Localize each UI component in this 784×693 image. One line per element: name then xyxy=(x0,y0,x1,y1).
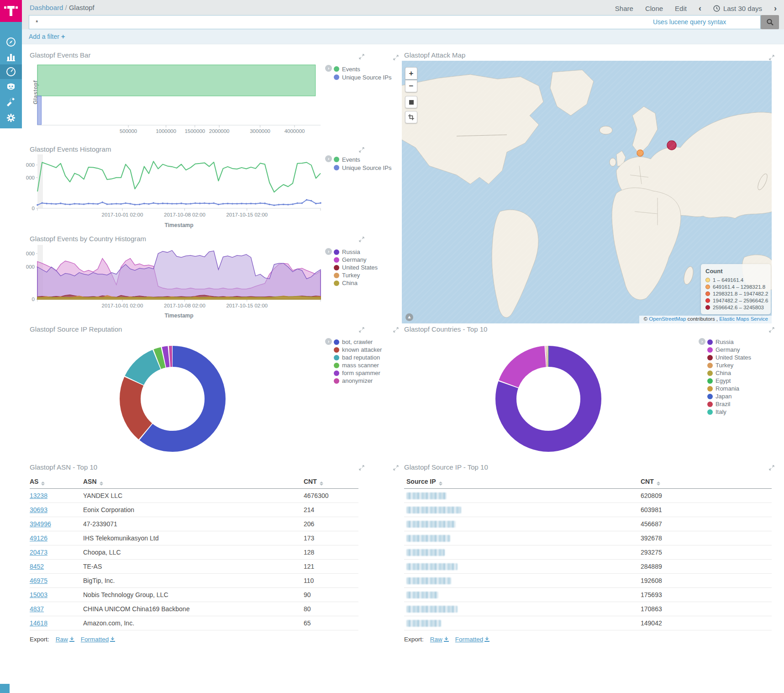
attack-map[interactable]: + − Count 1 – 649161.4649161.4 – 1298321… xyxy=(402,61,772,323)
expand-panel-icon[interactable] xyxy=(393,54,399,59)
map-fit-button[interactable] xyxy=(405,96,417,108)
as-number-link[interactable]: 20473 xyxy=(30,549,47,556)
column-header-source-ip[interactable]: Source IP xyxy=(404,478,641,486)
legend-item[interactable]: known attacker xyxy=(334,346,382,354)
legend-item[interactable]: China xyxy=(707,369,751,377)
breadcrumb-dashboard-link[interactable]: Dashboard xyxy=(30,4,63,11)
map-zoom-in-button[interactable]: + xyxy=(405,67,417,79)
sort-icon[interactable] xyxy=(657,481,660,486)
sidebar-item-bar-chart[interactable] xyxy=(0,49,22,64)
legend-item[interactable]: Unique Source IPs xyxy=(334,164,391,172)
legend-item[interactable]: Japan xyxy=(707,392,751,400)
elastic-maps-link[interactable]: Elastic Maps Service xyxy=(719,316,768,322)
attack-origin-dot-central-europe[interactable] xyxy=(637,150,643,156)
expand-panel-icon[interactable] xyxy=(359,146,364,152)
export-formatted-link[interactable]: Formatted xyxy=(81,636,116,643)
legend-item[interactable]: Turkey xyxy=(334,271,378,279)
legend-toggle-icon[interactable]: › xyxy=(699,338,705,345)
sidebar-item-gear[interactable] xyxy=(0,111,22,125)
legend-toggle-icon[interactable]: › xyxy=(325,65,332,72)
sidebar-item-dashboard-gauge[interactable] xyxy=(0,64,22,79)
as-number-link[interactable]: 13238 xyxy=(30,492,47,499)
share-button[interactable]: Share xyxy=(615,5,633,12)
sidebar-item-compass[interactable] xyxy=(0,35,22,49)
legend-label: Germany xyxy=(342,256,366,263)
column-header-asn[interactable]: ASN xyxy=(83,478,304,486)
legend-toggle-icon[interactable]: › xyxy=(325,338,332,345)
legend-item[interactable]: bad reputation xyxy=(334,354,382,361)
clone-button[interactable]: Clone xyxy=(645,5,663,12)
attack-origin-dot-western-russia[interactable] xyxy=(667,141,676,150)
as-number-link[interactable]: 30693 xyxy=(30,506,47,513)
legend-item[interactable]: Russia xyxy=(334,248,378,256)
legend-item[interactable]: United States xyxy=(334,264,378,271)
legend-toggle-icon[interactable]: › xyxy=(325,155,332,162)
time-back-button[interactable]: ‹ xyxy=(699,4,701,13)
as-number-link[interactable]: 15003 xyxy=(30,591,47,598)
export-raw-link[interactable]: Raw xyxy=(56,636,74,643)
area-series-russia[interactable] xyxy=(37,250,321,299)
export-formatted-link[interactable]: Formatted xyxy=(455,636,490,643)
column-header-cnt[interactable]: CNT xyxy=(304,478,358,486)
column-header-as[interactable]: AS xyxy=(30,478,83,486)
as-number-link[interactable]: 46975 xyxy=(30,577,47,584)
legend-item[interactable]: form spammer xyxy=(334,369,382,377)
expand-panel-icon[interactable] xyxy=(393,464,399,470)
legend-item[interactable]: Brazil xyxy=(707,400,751,408)
sort-icon[interactable] xyxy=(41,481,45,486)
sort-icon[interactable] xyxy=(100,481,103,486)
t-logo[interactable] xyxy=(0,0,22,22)
sidebar-collapse-corner[interactable] xyxy=(0,684,10,693)
expand-panel-icon[interactable] xyxy=(359,53,364,58)
expand-panel-icon[interactable] xyxy=(393,326,399,332)
edit-button[interactable]: Edit xyxy=(675,5,687,12)
export-raw-link[interactable]: Raw xyxy=(430,636,449,643)
legend-item[interactable]: Romania xyxy=(707,385,751,392)
events-bar[interactable] xyxy=(37,65,316,96)
sidebar-item-wrench[interactable] xyxy=(0,95,22,109)
legend-item[interactable]: United States xyxy=(707,354,751,361)
column-header-cnt[interactable]: CNT xyxy=(641,478,772,486)
legend-toggle-icon[interactable]: › xyxy=(325,248,332,255)
attribution-toggle-icon[interactable]: ▲ xyxy=(405,313,413,321)
legend-item[interactable]: Germany xyxy=(334,256,378,264)
time-picker[interactable]: Last 30 days xyxy=(713,5,762,12)
search-input[interactable] xyxy=(29,15,761,29)
sort-icon[interactable] xyxy=(439,481,442,486)
legend-item[interactable]: Unique Source IPs xyxy=(334,73,391,81)
add-filter-button[interactable]: Add a filter + xyxy=(29,32,65,40)
legend-item[interactable]: Events xyxy=(334,65,391,73)
legend-item[interactable]: bot, crawler xyxy=(334,338,382,346)
expand-panel-icon[interactable] xyxy=(769,464,774,470)
legend-item[interactable]: mass scanner xyxy=(334,361,382,369)
legend-item[interactable]: Events xyxy=(334,155,391,164)
openstreetmap-link[interactable]: OpenStreetMap xyxy=(649,316,686,322)
as-number-link[interactable]: 8452 xyxy=(30,563,44,570)
legend-item[interactable]: China xyxy=(334,279,378,287)
wrench-icon xyxy=(6,97,16,107)
sidebar-item-timelion-face[interactable] xyxy=(0,79,22,94)
expand-panel-icon[interactable] xyxy=(359,464,364,470)
lucene-syntax-link[interactable]: Uses lucene query syntax xyxy=(653,18,726,26)
legend-item[interactable]: Russia xyxy=(707,338,751,346)
sort-icon[interactable] xyxy=(320,481,323,486)
expand-panel-icon[interactable] xyxy=(769,326,774,332)
map-zoom-out-button[interactable]: − xyxy=(405,80,417,92)
expand-panel-icon[interactable] xyxy=(769,54,774,59)
as-number-link[interactable]: 14618 xyxy=(30,619,47,627)
events-line[interactable] xyxy=(37,161,321,192)
legend-item[interactable]: Egypt xyxy=(707,377,751,385)
as-number-link[interactable]: 4837 xyxy=(30,605,44,613)
expand-panel-icon[interactable] xyxy=(359,236,364,241)
search-button[interactable] xyxy=(761,15,779,29)
legend-item[interactable]: Italy xyxy=(707,408,751,416)
expand-panel-icon[interactable] xyxy=(359,326,364,332)
as-number-link[interactable]: 49126 xyxy=(30,534,47,542)
map-crop-button[interactable] xyxy=(405,111,417,123)
as-number-link[interactable]: 394996 xyxy=(30,520,51,528)
legend-item[interactable]: anonymizer xyxy=(334,377,382,385)
time-forward-button[interactable]: › xyxy=(774,4,777,13)
unique-ips-bar[interactable] xyxy=(37,96,41,125)
legend-item[interactable]: Germany xyxy=(707,346,751,354)
legend-item[interactable]: Turkey xyxy=(707,361,751,369)
